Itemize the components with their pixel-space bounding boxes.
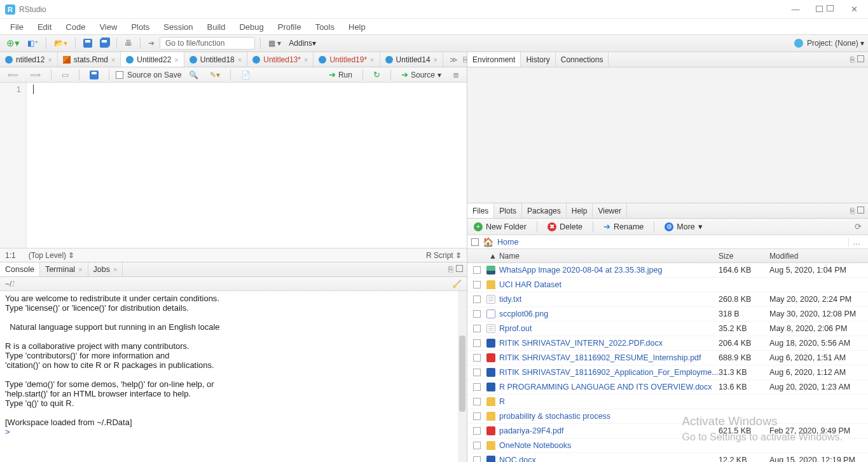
save-all-button[interactable] — [97, 37, 111, 49]
file-row[interactable]: NOC.docx12.2 KBAug 15, 2020, 12:19 PM — [467, 453, 868, 462]
file-row[interactable]: RITIK SHRIVASTAV_18116902_Application_Fo… — [467, 365, 868, 380]
select-all-checkbox[interactable] — [471, 238, 479, 246]
files-pane-maximize-icon[interactable] — [857, 207, 864, 215]
console-pane-maximize-icon[interactable] — [456, 265, 463, 274]
show-in-new-window-button[interactable]: ▭ — [58, 69, 72, 81]
source-tab[interactable]: Untitled19*× — [313, 52, 380, 67]
file-checkbox[interactable] — [473, 369, 481, 376]
env-tab-history[interactable]: History — [521, 52, 555, 67]
file-row[interactable]: UCI HAR Dataset — [467, 278, 868, 292]
col-modified[interactable]: Modified — [769, 252, 868, 261]
file-checkbox[interactable] — [473, 427, 481, 435]
menu-help[interactable]: Help — [342, 20, 372, 34]
addins-button[interactable]: Addins ▾ — [286, 37, 319, 49]
file-row[interactable]: sccplot06.png318 BMay 30, 2020, 12:08 PM — [467, 307, 868, 322]
file-checkbox[interactable] — [473, 398, 481, 405]
breadcrumb-more[interactable]: … — [848, 238, 865, 247]
source-tab[interactable]: Untitled13*× — [247, 52, 313, 67]
file-row[interactable]: probability & stochastic process — [467, 409, 868, 424]
env-pane-maximize-icon[interactable] — [857, 55, 864, 64]
files-tab-files[interactable]: Files — [467, 203, 494, 218]
back-button[interactable]: ⟸ — [4, 69, 22, 81]
forward-button[interactable]: ⟹ — [26, 69, 45, 81]
source-tab[interactable]: ntitled12× — [0, 52, 58, 67]
file-row[interactable]: RITIK SHRIVASTAV_18116902_RESUME_Interns… — [467, 351, 868, 365]
breadcrumb-home[interactable]: Home — [497, 238, 518, 247]
close-tab-icon[interactable]: × — [78, 266, 82, 273]
file-row[interactable]: RITIK SHRIVASTAV_INTERN_2022.PDF.docx206… — [467, 336, 868, 351]
more-button[interactable]: ⚙More ▾ — [662, 221, 705, 233]
close-tab-icon[interactable]: × — [370, 56, 374, 64]
close-tab-icon[interactable]: × — [174, 56, 178, 64]
print-button[interactable]: 🖶 — [122, 37, 135, 49]
file-checkbox[interactable] — [473, 456, 481, 462]
files-tab-plots[interactable]: Plots — [494, 203, 522, 218]
language-selector[interactable]: R Script ⇕ — [426, 251, 462, 260]
close-tab-icon[interactable]: × — [48, 56, 52, 64]
refresh-button[interactable]: ⟳ — [852, 222, 864, 231]
menu-tools[interactable]: Tools — [309, 20, 341, 34]
file-checkbox[interactable] — [473, 354, 481, 362]
file-row[interactable]: R PROGRAMMING LANGUAGE AND ITS OVERVIEW.… — [467, 380, 868, 395]
source-pane-popout-icon[interactable]: ⎘ — [463, 55, 467, 64]
file-row[interactable]: Rprof.out35.2 KBMay 8, 2020, 2:06 PM — [467, 322, 868, 336]
close-tab-icon[interactable]: × — [238, 56, 242, 64]
col-name[interactable]: ▲ Name — [486, 252, 719, 261]
files-pane-popout-icon[interactable]: ⎘ — [850, 207, 855, 215]
rename-button[interactable]: ➔Rename — [601, 221, 646, 233]
clear-console-button[interactable]: 🧹 — [452, 280, 462, 289]
home-icon[interactable]: 🏠 — [483, 237, 493, 247]
file-checkbox[interactable] — [473, 339, 481, 347]
delete-button[interactable]: ✖Delete — [545, 221, 585, 233]
console-output[interactable]: You are welcome to redistribute it under… — [0, 291, 467, 462]
project-menu[interactable]: Project: (None) ▾ — [807, 39, 864, 48]
find-button[interactable]: 🔍 — [185, 69, 202, 81]
menu-profile[interactable]: Profile — [272, 20, 308, 34]
file-row[interactable]: tidy.txt260.8 KBMay 20, 2020, 2:24 PM — [467, 292, 868, 307]
console-tab-jobs[interactable]: Jobs× — [88, 262, 123, 276]
file-row[interactable]: OneNote Notebooks — [467, 438, 868, 453]
source-tab[interactable]: Untitled14× — [380, 52, 443, 67]
file-checkbox[interactable] — [473, 281, 481, 289]
menu-file[interactable]: File — [4, 20, 30, 34]
workspace-panes-button[interactable]: ▦ ▾ — [266, 37, 284, 49]
new-project-button[interactable]: ◧⁺ — [25, 37, 41, 49]
menu-build[interactable]: Build — [201, 20, 232, 34]
new-file-button[interactable]: ⊕▾ — [4, 36, 22, 50]
menu-edit[interactable]: Edit — [31, 20, 58, 34]
maximize-button[interactable] — [816, 4, 834, 14]
console-scrollbar[interactable] — [458, 291, 467, 462]
env-tab-connections[interactable]: Connections — [556, 52, 609, 67]
console-popout-icon[interactable]: ⤴ — [11, 280, 15, 289]
file-row[interactable]: WhatsApp Image 2020-08-04 at 23.35.38.jp… — [467, 263, 868, 278]
source-button[interactable]: ➔Source ▾ — [397, 69, 445, 81]
env-tab-environment[interactable]: Environment — [467, 52, 521, 67]
wand-button[interactable]: ✎▾ — [206, 69, 224, 81]
file-row[interactable]: R — [467, 395, 868, 409]
save-doc-button[interactable] — [86, 69, 102, 81]
open-file-button[interactable]: 📂▾ — [52, 37, 70, 49]
run-button[interactable]: ➔Run — [325, 69, 356, 81]
close-tab-icon[interactable]: × — [434, 56, 437, 64]
source-tab[interactable]: Untitled22× — [121, 52, 184, 67]
menu-code[interactable]: Code — [59, 20, 92, 34]
env-pane-popout-icon[interactable]: ⎘ — [850, 55, 855, 64]
files-tab-viewer[interactable]: Viewer — [593, 203, 626, 218]
minimize-button[interactable]: — — [787, 4, 804, 14]
console-tab-terminal[interactable]: Terminal× — [40, 262, 88, 276]
outline-button[interactable]: ≣ — [449, 69, 463, 81]
console-tab-console[interactable]: Console — [0, 262, 40, 276]
goto-file-input[interactable]: Go to file/function — [160, 37, 255, 50]
tabs-overflow-button[interactable]: ≫ — [447, 55, 460, 64]
new-folder-button[interactable]: +New Folder — [471, 221, 529, 233]
source-tab[interactable]: stats.Rmd× — [58, 52, 121, 67]
menu-view[interactable]: View — [93, 20, 123, 34]
file-checkbox[interactable] — [473, 412, 481, 420]
files-tab-packages[interactable]: Packages — [522, 203, 567, 218]
files-tab-help[interactable]: Help — [567, 203, 593, 218]
save-button[interactable] — [81, 37, 95, 49]
source-on-save-checkbox[interactable] — [116, 71, 123, 79]
file-checkbox[interactable] — [473, 383, 481, 391]
close-tab-icon[interactable]: × — [113, 266, 117, 273]
source-tab[interactable]: Untitled18× — [184, 52, 247, 67]
